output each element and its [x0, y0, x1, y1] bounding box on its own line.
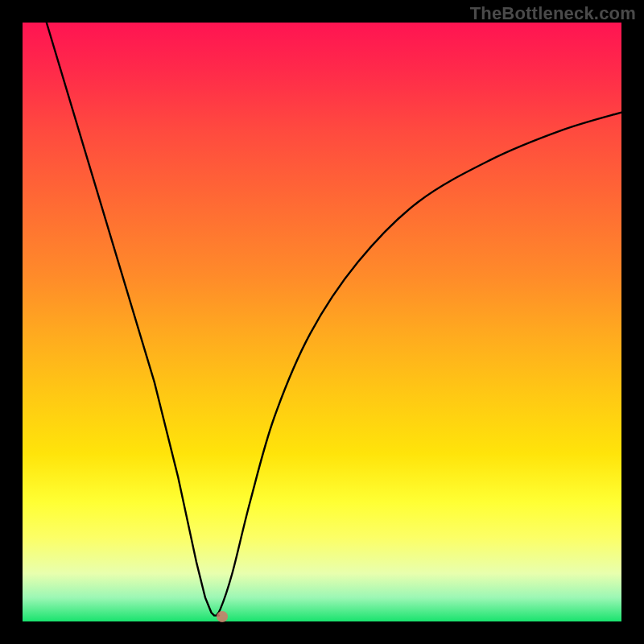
- curve-path: [47, 23, 621, 616]
- bottleneck-curve: [23, 23, 621, 621]
- watermark-text: TheBottleneck.com: [470, 3, 636, 24]
- plot-area: [23, 23, 621, 621]
- chart-frame: TheBottleneck.com: [0, 0, 644, 644]
- vertex-marker: [217, 611, 228, 622]
